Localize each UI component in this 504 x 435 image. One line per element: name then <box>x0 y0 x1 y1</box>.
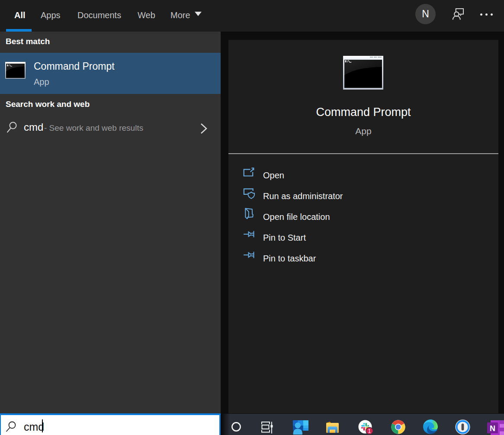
svg-text:1: 1 <box>368 428 371 434</box>
svg-text:N: N <box>490 424 495 433</box>
